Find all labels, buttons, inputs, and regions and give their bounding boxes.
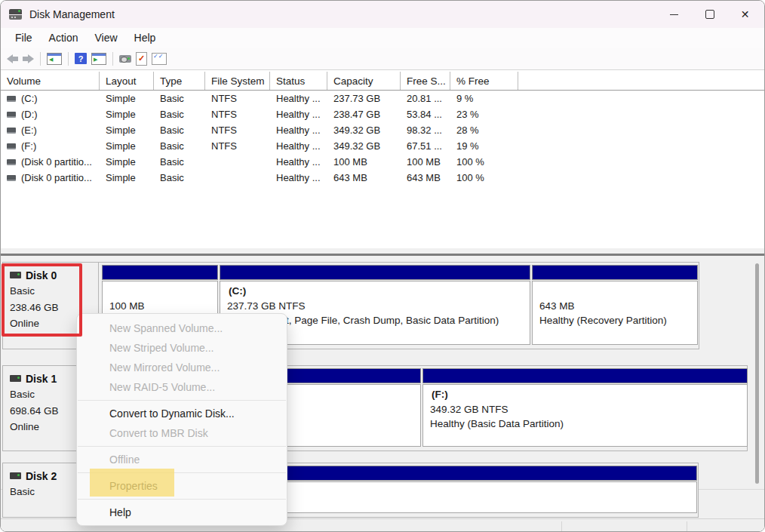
partition-stripe bbox=[532, 265, 698, 280]
menu-bar: FileActionViewHelp bbox=[1, 28, 764, 48]
console-tree-icon: ◀ bbox=[47, 53, 62, 65]
cell-type: Basic bbox=[154, 154, 205, 170]
cell-status: Healthy ... bbox=[270, 106, 327, 122]
partition-body: 643 MBHealthy (Recovery Partition) bbox=[532, 281, 698, 345]
volume-list: VolumeLayoutTypeFile SystemStatusCapacit… bbox=[1, 72, 765, 248]
volume-icon bbox=[7, 128, 16, 134]
column-header-volume[interactable]: Volume bbox=[1, 72, 100, 90]
maximize-icon bbox=[705, 10, 714, 19]
close-button[interactable]: ✕ bbox=[727, 1, 763, 28]
menu-view[interactable]: View bbox=[88, 30, 124, 45]
cell--free: 100 % bbox=[450, 170, 518, 186]
table-row[interactable]: (F:)SimpleBasicNTFSHealthy ...349.32 GB6… bbox=[1, 138, 765, 154]
cell-free-s-: 53.84 ... bbox=[401, 106, 450, 122]
cell--free: 100 % bbox=[450, 154, 518, 170]
cell-capacity: 643 MB bbox=[327, 170, 401, 186]
forward-button[interactable] bbox=[20, 50, 36, 68]
action-pane-icon: ▶ bbox=[91, 53, 106, 65]
cell-file-system: NTFS bbox=[205, 91, 270, 106]
cell-layout: Simple bbox=[100, 154, 154, 170]
cell-layout: Simple bbox=[100, 106, 154, 122]
status-separator bbox=[561, 521, 562, 532]
cell-free-s-: 100 MB bbox=[401, 154, 450, 170]
cell-layout: Simple bbox=[100, 91, 154, 106]
disk-management-window: Disk Management ✕ FileActionViewHelp ◀ ?… bbox=[0, 0, 765, 532]
task-list-button[interactable]: ✓✓ bbox=[149, 50, 169, 68]
column-header-layout[interactable]: Layout bbox=[100, 72, 154, 90]
cell-file-system: NTFS bbox=[205, 106, 270, 122]
column-header--free[interactable]: % Free bbox=[450, 72, 518, 90]
status-separator bbox=[687, 521, 687, 532]
cell-status: Healthy ... bbox=[270, 138, 327, 154]
check-disk-button[interactable]: ✓ bbox=[134, 50, 149, 68]
column-header-file-system[interactable]: File System bbox=[205, 72, 270, 90]
menu-separator bbox=[78, 499, 286, 500]
partition-name bbox=[103, 284, 217, 299]
menu-action[interactable]: Action bbox=[42, 30, 85, 45]
toolbar-separator bbox=[112, 52, 113, 66]
volume-icon bbox=[7, 112, 16, 118]
menu-item-offline: Offline bbox=[77, 450, 287, 469]
splitter[interactable] bbox=[1, 248, 764, 256]
cell-volume: (Disk 0 partitio... bbox=[1, 170, 100, 186]
close-icon: ✕ bbox=[741, 8, 750, 20]
table-row[interactable]: (Disk 0 partitio...SimpleBasicHealthy ..… bbox=[1, 154, 765, 170]
checklist-icon: ✓✓ bbox=[152, 53, 167, 65]
partition-size: 100 MB bbox=[103, 299, 217, 314]
cell-layout: Simple bbox=[100, 138, 154, 154]
partition[interactable]: 643 MBHealthy (Recovery Partition) bbox=[532, 265, 698, 346]
maximize-button[interactable] bbox=[692, 1, 727, 28]
table-row[interactable]: (Disk 0 partitio...SimpleBasicHealthy ..… bbox=[1, 170, 765, 186]
disk0-highlight-annotation bbox=[2, 263, 82, 337]
menu-item-convert-to-mbr-disk: Convert to MBR Disk bbox=[77, 423, 287, 443]
partition-status: Healthy (Recovery Partition) bbox=[533, 313, 697, 328]
menu-item-new-spanned-volume: New Spanned Volume... bbox=[77, 318, 287, 338]
cell--free: 19 % bbox=[450, 138, 518, 154]
column-header-capacity[interactable]: Capacity bbox=[327, 72, 401, 90]
partition-stripe bbox=[422, 368, 748, 383]
window-controls: ✕ bbox=[656, 1, 763, 28]
minimize-button[interactable] bbox=[656, 1, 692, 28]
column-header-type[interactable]: Type bbox=[154, 72, 205, 90]
cell-free-s-: 67.51 ... bbox=[401, 138, 450, 154]
cell--free: 23 % bbox=[450, 106, 518, 122]
toolbar-separator bbox=[40, 52, 41, 66]
menu-item-new-striped-volume: New Striped Volume... bbox=[77, 338, 287, 358]
menu-help[interactable]: Help bbox=[128, 30, 163, 45]
cell--free: 28 % bbox=[450, 122, 518, 138]
partition-name: (F:) bbox=[423, 387, 747, 402]
partition-f[interactable]: (F:)349.32 GB NTFSHealthy (Basic Data Pa… bbox=[422, 368, 748, 448]
back-button[interactable] bbox=[5, 50, 20, 68]
menu-file[interactable]: File bbox=[8, 30, 39, 45]
cell-volume: (D:) bbox=[1, 106, 100, 122]
cell-type: Basic bbox=[154, 106, 205, 122]
menu-item-help[interactable]: Help bbox=[77, 503, 287, 522]
vertical-scrollbar[interactable] bbox=[755, 263, 759, 484]
cell-capacity: 349.32 GB bbox=[327, 138, 401, 154]
table-row[interactable]: (E:)SimpleBasicNTFSHealthy ...349.32 GB9… bbox=[1, 122, 765, 138]
cell-type: Basic bbox=[154, 122, 205, 138]
toolbar: ◀ ? ▶ ✓ ✓✓ bbox=[1, 48, 764, 70]
show-console-tree-button[interactable]: ◀ bbox=[45, 50, 64, 68]
table-row[interactable]: (D:)SimpleBasicNTFSHealthy ...238.47 GB5… bbox=[1, 106, 765, 122]
menu-item-convert-to-dynamic-disk[interactable]: Convert to Dynamic Disk... bbox=[77, 404, 287, 423]
back-arrow-icon bbox=[7, 54, 18, 63]
menu-separator bbox=[78, 400, 286, 401]
volume-icon bbox=[7, 175, 16, 181]
partition-size: 349.32 GB NTFS bbox=[423, 402, 747, 417]
column-header-status[interactable]: Status bbox=[270, 72, 327, 90]
column-header-free-s-[interactable]: Free S... bbox=[401, 72, 450, 90]
properties-highlight-annotation bbox=[90, 469, 174, 497]
cell-capacity: 349.32 GB bbox=[327, 122, 401, 138]
disk-icon bbox=[10, 375, 21, 382]
help-button[interactable]: ? bbox=[72, 50, 89, 68]
cell-capacity: 238.47 GB bbox=[327, 106, 401, 122]
title-bar[interactable]: Disk Management ✕ bbox=[1, 1, 764, 28]
cell-volume: (E:) bbox=[1, 122, 100, 138]
rescan-disks-button[interactable] bbox=[117, 50, 134, 68]
show-action-pane-button[interactable]: ▶ bbox=[89, 50, 109, 68]
table-row[interactable]: (C:)SimpleBasicNTFSHealthy ...237.73 GB2… bbox=[1, 91, 765, 106]
cell-free-s-: 98.32 ... bbox=[401, 122, 450, 138]
cell-free-s-: 643 MB bbox=[401, 170, 450, 186]
volume-list-header: VolumeLayoutTypeFile SystemStatusCapacit… bbox=[1, 72, 765, 91]
